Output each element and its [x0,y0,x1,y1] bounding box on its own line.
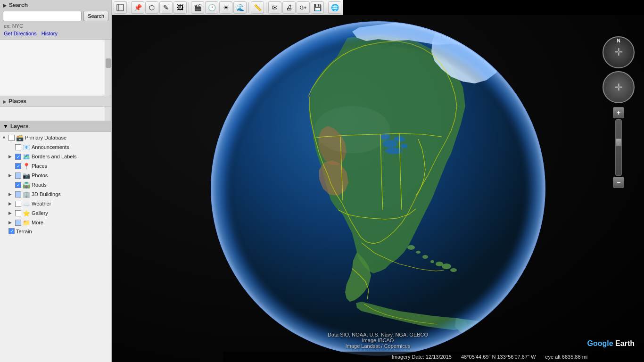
icon-primary-db: 🗃️ [16,134,24,141]
expander-primary-db[interactable]: ▼ [2,135,8,140]
separator-1 [189,2,189,13]
scrollbar-thumb[interactable] [106,58,111,68]
label-announcements: Announcements [32,144,69,150]
search-title-label: Search [9,2,28,8]
layer-item-photos[interactable]: ▶📷Photos [0,171,111,180]
label-weather: Weather [32,201,51,206]
ocean-btn[interactable]: 🌊 [233,1,247,14]
zoom-slider-thumb[interactable] [616,139,621,146]
add-placemark-btn[interactable]: 📌 [131,1,144,14]
compass-north: N [617,38,620,43]
checkbox-weather[interactable] [15,201,21,207]
separator-0 [129,2,129,13]
layer-item-gallery[interactable]: ▶⭐Gallery [0,208,111,218]
add-polygon-btn[interactable]: ⬡ [145,1,158,14]
layer-item-more[interactable]: ▶📁More [0,218,111,227]
places-label: Places [8,98,26,105]
toolbar-window-btn[interactable] [114,1,127,14]
checkbox-gallery[interactable] [15,210,21,216]
record-tour-btn[interactable]: 🎬 [191,1,204,14]
layer-item-3d-buildings[interactable]: ▶🏢3D Buildings [0,189,111,199]
label-3d-buildings: 3D Buildings [32,191,61,197]
layer-item-primary-db[interactable]: ▼🗃️Primary Database [0,133,111,142]
layer-item-roads[interactable]: ✓🛣️Roads [0,180,111,189]
layers-label: Layers [10,123,29,130]
checkbox-roads[interactable]: ✓ [15,182,21,188]
search-row: Search [3,11,108,21]
label-gallery: Gallery [32,210,48,216]
toolbar: 📌⬡✎🖼🎬🕐☀🌊📏✉🖨G+💾🌐 [112,0,343,15]
google-text: Google [587,339,616,347]
expander-3d-buildings[interactable]: ▶ [8,192,15,197]
earth-globe [201,15,555,362]
historical-btn[interactable]: 🕐 [205,1,218,14]
icon-photos: 📷 [23,172,30,179]
icon-announcements: 📧 [23,143,30,151]
checkbox-borders[interactable]: ✓ [15,154,21,160]
checkbox-3d-buildings[interactable] [15,191,21,197]
places-section[interactable]: ▶ Places [0,96,111,107]
icon-gallery: ⭐ [23,209,30,217]
gplus-btn[interactable]: G+ [297,1,310,14]
sun-btn[interactable]: ☀ [219,1,232,14]
layer-item-weather[interactable]: ▶☁️Weather [0,199,111,208]
pan-controls[interactable]: ✛ [603,71,635,103]
label-terrain: Terrain [16,229,32,234]
zoom-in-button[interactable]: + [613,107,624,118]
layer-item-places[interactable]: ✓📍Places [0,161,111,171]
search-results [0,40,111,96]
expander-more[interactable]: ▶ [8,220,15,225]
search-section: ▶ Search Search ex: NYC Get Directions H… [0,0,111,40]
sidebar: ▶ Search Search ex: NYC Get Directions H… [0,0,112,362]
layers-tree: ▼🗃️Primary Database📧Announcements▶✓🗺️Bor… [0,132,111,362]
places-arrow: ▶ [3,99,7,104]
zoom-slider[interactable] [615,119,622,176]
globe-container [201,15,555,362]
checkbox-terrain[interactable]: ✓ [8,228,15,234]
attribution-line2: Image IBCAO [328,337,428,343]
expander-borders[interactable]: ▶ [8,154,15,159]
print-btn[interactable]: 🖨 [282,1,296,14]
label-borders: Borders and Labels [32,154,76,159]
zoom-out-button[interactable]: − [613,177,624,188]
separator-3 [266,2,266,13]
status-bar: Imagery Date: 12/13/2015 48°05'44.69" N … [223,352,644,362]
expander-gallery[interactable]: ▶ [8,211,15,215]
places-scrollbar[interactable] [105,107,111,121]
compass-cross: ✛ [614,47,623,58]
map-area[interactable]: Data SIO, NOAA, U.S. Navy, NGA, GEBCO Im… [112,15,644,362]
layers-section[interactable]: ▼ Layers [0,121,111,132]
label-places: Places [32,163,47,169]
expander-weather[interactable]: ▶ [8,201,15,206]
nav-controls: N ✛ ✛ + − [603,36,635,188]
get-directions-link[interactable]: Get Directions [4,31,37,36]
email-btn[interactable]: ✉ [268,1,281,14]
imagery-date: Imagery Date: 12/13/2015 [392,354,452,360]
svg-point-16 [211,21,545,356]
checkbox-primary-db[interactable] [8,135,15,141]
separator-4 [326,2,326,13]
checkbox-more[interactable] [15,220,21,226]
save-img-btn[interactable]: 💾 [311,1,324,14]
svg-rect-0 [117,4,124,11]
google-earth-btn[interactable]: 🌐 [328,1,341,14]
checkbox-places[interactable]: ✓ [15,163,21,169]
history-link[interactable]: History [41,31,58,36]
layer-item-borders[interactable]: ▶✓🗺️Borders and Labels [0,152,111,161]
add-path-btn[interactable]: ✎ [159,1,173,14]
ruler-btn[interactable]: 📏 [251,1,264,14]
zoom-controls: + − [603,107,635,188]
checkbox-announcements[interactable] [15,144,21,150]
compass[interactable]: N ✛ [603,36,635,68]
search-button[interactable]: Search [83,11,108,21]
search-input[interactable] [3,11,82,21]
add-overlay-btn[interactable]: 🖼 [173,1,187,14]
search-arrow: ▶ [3,3,7,8]
layer-item-terrain[interactable]: ✓Terrain [0,227,111,235]
search-results-scrollbar[interactable] [105,40,111,96]
layer-item-announcements[interactable]: 📧Announcements [0,142,111,152]
search-title[interactable]: ▶ Search [3,2,108,8]
checkbox-photos[interactable] [15,173,21,179]
expander-photos[interactable]: ▶ [8,173,15,178]
label-primary-db: Primary Database [25,135,66,140]
